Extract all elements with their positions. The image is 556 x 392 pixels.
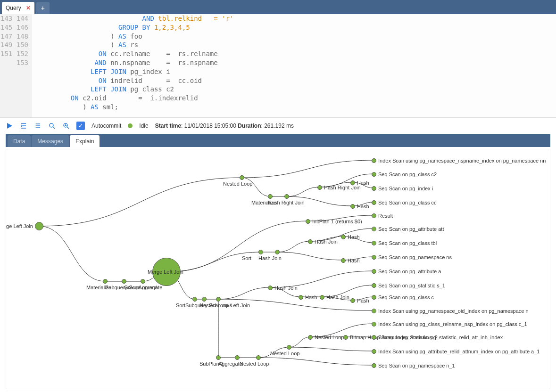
plan-node-bubble[interactable] [275, 250, 280, 254]
plan-node[interactable]: Sort [242, 255, 251, 261]
tab-new[interactable]: + [36, 2, 50, 14]
plan-node[interactable]: Merge Left Join [148, 269, 183, 275]
plan-node-bubble[interactable] [372, 158, 376, 163]
plan-node-bubble[interactable] [372, 186, 376, 191]
plan-node[interactable]: Merge Left Join [11, 222, 43, 230]
plan-node[interactable]: Index Scan using pg_attribute_relid_attn… [372, 349, 539, 354]
plan-node[interactable]: Index Scan using pg_class_relname_nsp_in… [372, 321, 527, 327]
plan-node-bubble[interactable] [372, 349, 376, 354]
plan-node-bubble[interactable] [268, 194, 273, 199]
plan-node[interactable]: Hash Join [258, 255, 282, 261]
plan-node-bubble[interactable] [287, 345, 291, 350]
tab-explain[interactable]: Explain [70, 135, 100, 147]
zoom-in-icon[interactable] [62, 122, 70, 130]
plan-node[interactable]: Sort [176, 302, 185, 308]
plan-node-bubble[interactable] [103, 279, 108, 284]
plan-node-bubble[interactable] [343, 335, 348, 340]
plan-node-bubble[interactable] [216, 355, 221, 360]
tab-messages[interactable]: Messages [32, 135, 69, 147]
plan-node-bubble[interactable] [240, 175, 244, 180]
plan-node-bubble[interactable] [372, 283, 376, 288]
plan-node-bubble[interactable] [341, 235, 346, 239]
tab-data[interactable]: Data [8, 135, 31, 147]
plan-node[interactable]: Seq Scan on pg_attribute a [372, 269, 441, 274]
plan-node-bubble[interactable] [372, 335, 376, 340]
plan-node[interactable]: Seq Scan on pg_class tbl [372, 240, 437, 246]
plan-node[interactable]: Seq Scan on pg_class c [372, 294, 434, 300]
plan-node-bubble[interactable] [235, 355, 240, 360]
plan-node-bubble[interactable] [256, 355, 261, 360]
plan-node[interactable]: Hash Join [308, 239, 338, 245]
plan-node[interactable]: Nested Loop [223, 181, 252, 187]
indent-icon[interactable] [20, 122, 27, 130]
plan-node-bubble[interactable] [284, 194, 289, 199]
plan-node-bubble[interactable] [122, 279, 126, 284]
run-icon[interactable] [6, 122, 13, 130]
plan-node-bubble[interactable] [320, 295, 324, 300]
plan-node[interactable]: GroupAggregate [124, 285, 162, 290]
plan-node[interactable]: Hash [299, 294, 317, 300]
plan-node-bubble[interactable] [141, 279, 145, 284]
plan-node-bubble[interactable] [258, 250, 263, 254]
plan-node[interactable]: Seq Scan on pg_namespace n_1 [372, 363, 455, 368]
plan-node-bubble[interactable] [350, 298, 355, 303]
plan-node[interactable]: Seq Scan on pg_namespace ns [372, 254, 452, 260]
explain-graph[interactable]: Merge Left JoinMaterializeSubquery Scan … [6, 149, 550, 389]
plan-node[interactable]: Hash [341, 258, 360, 263]
plan-node[interactable]: Seq Scan on pg_attribute att [372, 226, 444, 232]
plan-node-bubble[interactable] [372, 255, 376, 260]
plan-node[interactable]: Hash Join [268, 285, 298, 291]
plan-node-bubble[interactable] [350, 204, 355, 209]
plan-node-bubble[interactable] [372, 227, 376, 231]
plan-node-bubble[interactable] [350, 180, 355, 185]
plan-node[interactable]: Nested Loop Left Join [199, 302, 250, 308]
plan-node[interactable]: Hash Right Join [268, 200, 305, 205]
plan-node[interactable]: Seq Scan on pg_statistic s_1 [372, 283, 445, 288]
sql-editor[interactable]: 143 144 145 146 147 148 149 150 151 152 … [0, 14, 556, 118]
plan-node[interactable]: InitPlan 1 (returns $0) [306, 219, 362, 224]
plan-node-bubble[interactable] [341, 258, 346, 263]
plan-node-bubble[interactable] [308, 239, 313, 244]
search-icon[interactable] [48, 122, 56, 130]
autocommit-checkbox[interactable]: ✓ [76, 122, 85, 130]
list-icon[interactable] [34, 122, 41, 130]
plan-node-bubble[interactable] [372, 200, 376, 205]
plan-node-bubble[interactable] [372, 269, 376, 274]
plan-node-bubble[interactable] [317, 185, 322, 190]
plan-node[interactable]: Result [372, 213, 393, 219]
plan-node[interactable]: Hash [341, 234, 360, 240]
plan-node-bubble[interactable] [308, 335, 313, 340]
plan-node[interactable]: Nested Loop [308, 335, 344, 340]
close-icon[interactable]: ✕ [26, 5, 31, 11]
plan-node-bubble[interactable] [372, 363, 376, 368]
plan-node-bubble[interactable] [306, 219, 310, 224]
plan-node-bubble[interactable] [202, 297, 207, 302]
plan-node-bubble[interactable] [372, 322, 376, 327]
tab-query[interactable]: Query ✕ [2, 2, 34, 14]
editor-code[interactable]: AND tbl.relkind = 'r' GROUP BY 1,2,3,4,5… [32, 14, 556, 117]
plan-node-bubble[interactable] [372, 309, 376, 313]
plan-node-bubble[interactable] [372, 295, 376, 300]
plan-node-bubble[interactable] [372, 172, 376, 177]
plan-node-bubble[interactable] [216, 297, 221, 302]
plan-node-bubble[interactable] [372, 241, 376, 245]
plan-node[interactable]: Hash [350, 180, 369, 186]
plan-node[interactable]: Hash [350, 204, 369, 209]
plan-node[interactable]: Index Scan using pg_namespace_nspname_in… [372, 158, 546, 163]
plan-node[interactable]: Seq Scan on pg_index i [372, 186, 433, 191]
plan-node[interactable]: Aggregate [218, 361, 242, 367]
plan-node-bubble[interactable] [299, 295, 303, 300]
plan-node[interactable]: Seq Scan on pg_class c2 [372, 172, 437, 177]
plan-node-bubble[interactable] [192, 297, 197, 302]
plan-node[interactable]: Nested Loop [270, 351, 299, 356]
plan-node-label: Sort [176, 302, 185, 308]
plan-node-bubble[interactable] [268, 286, 273, 290]
plan-node[interactable]: Bitmap Index Scan on pg_statistic_relid_… [372, 335, 503, 340]
plan-node[interactable]: Seq Scan on pg_class cc [372, 200, 437, 205]
plan-node-bubble[interactable] [372, 213, 376, 218]
plan-node[interactable]: Index Scan using pg_namespace_oid_index … [372, 308, 529, 314]
plan-node[interactable]: Nested Loop [240, 361, 269, 367]
plan-node[interactable]: Hash [350, 298, 369, 303]
plan-node-bubble[interactable] [35, 222, 43, 230]
plan-node[interactable]: Hash Join [320, 294, 349, 300]
